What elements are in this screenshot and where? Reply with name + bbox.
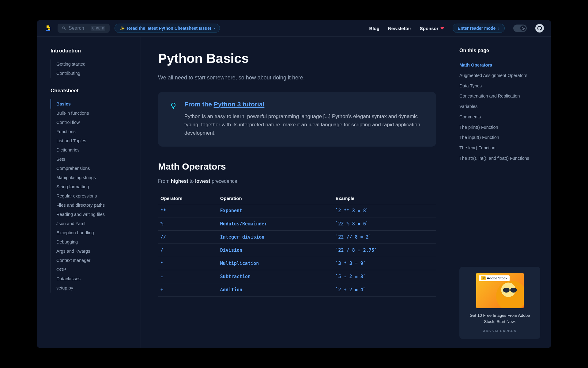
toc-heading: On this page (459, 48, 540, 53)
table-header: Operation (218, 193, 333, 204)
sidebar-item[interactable]: setup.py (51, 283, 141, 293)
toc-item[interactable]: Augmented Assignment Operators (459, 71, 540, 81)
table-row: %Modulus/Remainder`22 % 8 = 6` (158, 217, 436, 230)
table-cell: Exponent (218, 204, 333, 217)
sidebar-item[interactable]: Dictionaries (51, 145, 141, 155)
main-content[interactable]: Python Basics We all need to start somew… (141, 37, 453, 348)
ad-card[interactable]: St Adobe Stock Get 10 Free Images From A… (459, 267, 540, 339)
sidebar-item[interactable]: Json and Yaml (51, 219, 141, 228)
ad-image: St Adobe Stock (476, 273, 524, 308)
table-cell: `22 / 8 = 2.75` (333, 243, 436, 257)
operators-table: OperatorsOperationExample **Exponent`2 *… (158, 193, 436, 297)
moon-icon (522, 27, 525, 30)
table-cell: - (158, 270, 218, 283)
callout-title: From the Python 3 tutorial (184, 101, 425, 108)
sidebar-item[interactable]: OOP (51, 265, 141, 274)
sidebar-item[interactable]: Getting started (51, 59, 141, 69)
github-link[interactable] (535, 24, 544, 33)
sidebar-item[interactable]: Contributing (51, 69, 141, 78)
table-row: **Exponent`2 ** 3 = 8` (158, 204, 436, 217)
logo[interactable] (44, 24, 53, 33)
theme-toggle[interactable] (513, 25, 527, 32)
sunglasses-icon (503, 288, 518, 293)
ad-brand-badge: St Adobe Stock (479, 275, 510, 281)
search-shortcut: CTRL K (91, 26, 105, 31)
sidebar-item[interactable]: Args and Kwargs (51, 247, 141, 256)
table-row: /Division`22 / 8 = 2.75` (158, 243, 436, 257)
table-header: Operators (158, 193, 218, 204)
toc-item[interactable]: The len() Function (459, 143, 540, 153)
sidebar-heading-intro: Introduction (51, 48, 141, 54)
table-cell: / (158, 243, 218, 257)
search-placeholder: Search (69, 25, 84, 31)
table-row: *Multiplication`3 * 3 = 9` (158, 257, 436, 270)
sidebar-item[interactable]: Sets (51, 155, 141, 164)
sidebar-item[interactable]: Functions (51, 127, 141, 136)
ad-illustration (496, 281, 524, 308)
table-cell: `5 - 2 = 3` (333, 270, 436, 283)
nav-sponsor[interactable]: Sponsor ❤ (420, 26, 444, 31)
toggle-knob (520, 25, 526, 31)
announcement-banner[interactable]: ✨ Read the latest Python Cheatsheet Issu… (115, 24, 220, 33)
table-cell: Integer division (218, 230, 333, 243)
page-lead: We all need to start somewhere, so how a… (158, 75, 436, 81)
page-title: Python Basics (158, 51, 436, 66)
table-cell: Division (218, 243, 333, 257)
table-cell: `3 * 3 = 9` (333, 257, 436, 270)
svg-point-1 (62, 27, 65, 29)
toc-item[interactable]: Concatenation and Replication (459, 91, 540, 102)
sidebar-item[interactable]: Debugging (51, 237, 141, 247)
sidebar-item[interactable]: Exception handling (51, 228, 141, 237)
toc-item[interactable]: The str(), int(), and float() Functions (459, 153, 540, 164)
sidebar-item[interactable]: Basics (51, 99, 141, 109)
table-header: Example (333, 193, 436, 204)
toc-item[interactable]: The input() Function (459, 132, 540, 143)
body: Introduction Getting startedContributing… (37, 37, 551, 348)
table-row: -Subtraction`5 - 2 = 3` (158, 270, 436, 283)
table-cell: `22 % 8 = 6` (333, 217, 436, 230)
ad-footer: ADS VIA CARBON (483, 329, 517, 333)
chevron-right-icon: › (214, 26, 215, 30)
sidebar-item[interactable]: Control flow (51, 118, 141, 127)
python-logo-icon (45, 25, 52, 32)
sidebar-item[interactable]: Context manager (51, 256, 141, 265)
table-cell: `2 ** 3 = 8` (333, 204, 436, 217)
toc-item[interactable]: Comments (459, 112, 540, 122)
toc-item[interactable]: The print() Function (459, 122, 540, 133)
heart-icon: ❤ (440, 26, 444, 31)
nav-blog[interactable]: Blog (369, 26, 379, 31)
svg-rect-0 (46, 30, 50, 31)
sidebar-item[interactable]: Regular expressions (51, 191, 141, 201)
precedence-note: From highest to lowest precedence: (158, 178, 436, 184)
github-icon (537, 25, 542, 31)
toc-item[interactable]: Math Operators (459, 60, 540, 71)
sidebar: Introduction Getting startedContributing… (37, 37, 141, 348)
table-cell: Multiplication (218, 257, 333, 270)
table-cell: Addition (218, 283, 333, 296)
callout-link[interactable]: Python 3 tutorial (214, 101, 265, 108)
table-cell: // (158, 230, 218, 243)
sidebar-item[interactable]: Comprehensions (51, 164, 141, 173)
right-column: On this page Math OperatorsAugmented Ass… (453, 37, 551, 348)
table-cell: * (158, 257, 218, 270)
app-window: Search CTRL K ✨ Read the latest Python C… (37, 20, 551, 348)
sidebar-item[interactable]: Files and directory paths (51, 201, 141, 210)
sidebar-item[interactable]: Dataclasses (51, 274, 141, 283)
sidebar-item[interactable]: Built-in functions (51, 109, 141, 118)
sidebar-item[interactable]: List and Tuples (51, 136, 141, 145)
table-row: //Integer division`22 // 8 = 2` (158, 230, 436, 243)
toc-item[interactable]: Data Types (459, 81, 540, 91)
sidebar-item[interactable]: Reading and writing files (51, 210, 141, 219)
table-row: +Addition`2 + 2 = 4` (158, 283, 436, 296)
sidebar-heading-cheatsheet: Cheatsheet (51, 88, 141, 94)
ad-text: Get 10 Free Images From Adobe Stock. Sta… (466, 312, 534, 325)
toc-item[interactable]: Variables (459, 102, 540, 112)
sidebar-item[interactable]: Manipulating strings (51, 173, 141, 182)
nav-newsletter[interactable]: Newsletter (388, 26, 411, 31)
sidebar-item[interactable]: String formatting (51, 182, 141, 191)
search-icon (62, 26, 66, 30)
callout-body: Python is an easy to learn, powerful pro… (184, 112, 425, 137)
reader-mode-button[interactable]: Enter reader mode › (453, 24, 505, 33)
table-cell: % (158, 217, 218, 230)
search-input[interactable]: Search CTRL K (58, 24, 110, 33)
